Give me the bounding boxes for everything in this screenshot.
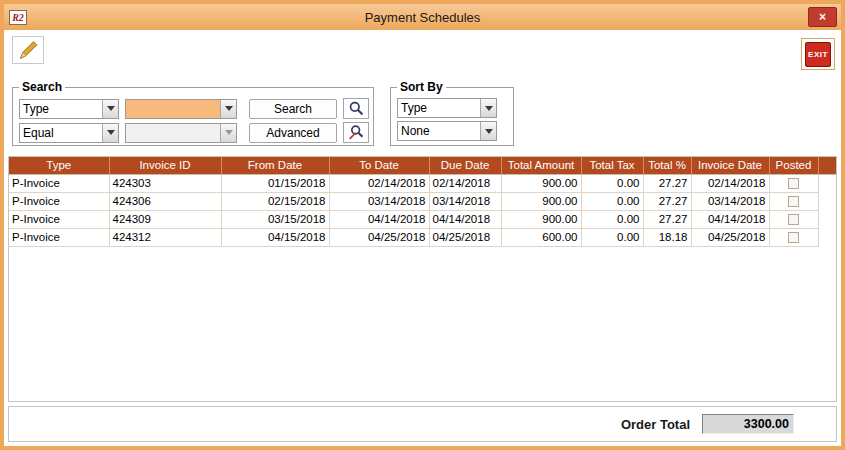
cell: 02/14/2018 bbox=[691, 174, 769, 192]
column-header-filler bbox=[818, 157, 836, 174]
cell-filler bbox=[818, 192, 836, 210]
cell: 02/15/2018 bbox=[221, 192, 329, 210]
search-field-select[interactable]: Type bbox=[19, 99, 119, 119]
cell-filler bbox=[818, 210, 836, 228]
close-button[interactable]: × bbox=[808, 7, 837, 27]
cell: 900.00 bbox=[501, 192, 581, 210]
cell-posted bbox=[769, 174, 818, 192]
cell: 03/15/2018 bbox=[221, 210, 329, 228]
table-row[interactable]: P-Invoice42430301/15/201802/14/201802/14… bbox=[9, 174, 836, 192]
exit-icon: EXIT bbox=[805, 42, 831, 67]
sort-primary-value: Type bbox=[398, 99, 480, 117]
search-value2-select bbox=[125, 123, 237, 143]
column-header[interactable]: Total % bbox=[643, 157, 691, 174]
advanced-find-button[interactable] bbox=[343, 122, 369, 143]
schedule-table: TypeInvoice IDFrom DateTo DateDue DateTo… bbox=[9, 157, 836, 247]
cell: 04/14/2018 bbox=[429, 210, 501, 228]
sort-row-2: None bbox=[397, 121, 509, 141]
column-header[interactable]: Total Amount bbox=[501, 157, 581, 174]
sort-primary-select[interactable]: Type bbox=[397, 98, 497, 118]
cell: 0.00 bbox=[581, 174, 643, 192]
cell: P-Invoice bbox=[9, 174, 109, 192]
cell: 0.00 bbox=[581, 210, 643, 228]
cell: 04/15/2018 bbox=[221, 228, 329, 246]
cell: 0.00 bbox=[581, 192, 643, 210]
cell: 27.27 bbox=[643, 174, 691, 192]
column-header[interactable]: To Date bbox=[329, 157, 429, 174]
cell: 600.00 bbox=[501, 228, 581, 246]
chevron-down-icon[interactable] bbox=[480, 122, 496, 140]
cell: 03/14/2018 bbox=[429, 192, 501, 210]
cell: 900.00 bbox=[501, 210, 581, 228]
cell: 424303 bbox=[109, 174, 221, 192]
content-area: EXIT Search Type Search bbox=[4, 30, 841, 446]
search-group: Search Type Search bbox=[12, 80, 374, 146]
schedule-grid-panel: TypeInvoice IDFrom DateTo DateDue DateTo… bbox=[8, 156, 837, 402]
column-header[interactable]: Total Tax bbox=[581, 157, 643, 174]
cell: 424309 bbox=[109, 210, 221, 228]
advanced-button[interactable]: Advanced bbox=[249, 123, 337, 143]
titlebar[interactable]: R2 Payment Schedules × bbox=[4, 4, 841, 30]
cell: 02/14/2018 bbox=[329, 174, 429, 192]
exit-button[interactable]: EXIT bbox=[801, 38, 835, 70]
magnifier-icon bbox=[348, 100, 365, 117]
cell: 27.27 bbox=[643, 210, 691, 228]
search-value-input[interactable] bbox=[125, 99, 237, 119]
table-row[interactable]: P-Invoice42431204/15/201804/25/201804/25… bbox=[9, 228, 836, 246]
cell: 04/25/2018 bbox=[691, 228, 769, 246]
cell: 04/14/2018 bbox=[329, 210, 429, 228]
cell-posted bbox=[769, 210, 818, 228]
chevron-down-icon[interactable] bbox=[102, 100, 118, 118]
cell-filler bbox=[818, 228, 836, 246]
cell: 04/25/2018 bbox=[329, 228, 429, 246]
search-operator-value: Equal bbox=[20, 124, 102, 142]
posted-checkbox[interactable] bbox=[788, 214, 799, 225]
search-operator-select[interactable]: Equal bbox=[19, 123, 119, 143]
column-header[interactable]: Invoice ID bbox=[109, 157, 221, 174]
chevron-down-icon[interactable] bbox=[102, 124, 118, 142]
column-header[interactable]: From Date bbox=[221, 157, 329, 174]
column-header[interactable]: Posted bbox=[769, 157, 818, 174]
posted-checkbox[interactable] bbox=[788, 178, 799, 189]
cell-filler bbox=[818, 174, 836, 192]
cell: 0.00 bbox=[581, 228, 643, 246]
cell: 04/14/2018 bbox=[691, 210, 769, 228]
cell: 424312 bbox=[109, 228, 221, 246]
column-header[interactable]: Invoice Date bbox=[691, 157, 769, 174]
find-button[interactable] bbox=[343, 98, 369, 119]
sort-row-1: Type bbox=[397, 98, 509, 118]
table-row[interactable]: P-Invoice42430903/15/201804/14/201804/14… bbox=[9, 210, 836, 228]
cell: P-Invoice bbox=[9, 228, 109, 246]
search-group-legend: Search bbox=[19, 80, 65, 94]
cell: 27.27 bbox=[643, 192, 691, 210]
cell: 02/14/2018 bbox=[429, 174, 501, 192]
search-row-1: Type Search bbox=[19, 98, 369, 119]
column-header[interactable]: Due Date bbox=[429, 157, 501, 174]
cell: 01/15/2018 bbox=[221, 174, 329, 192]
cell: 03/14/2018 bbox=[329, 192, 429, 210]
sort-secondary-select[interactable]: None bbox=[397, 121, 497, 141]
order-total-value: 3300.00 bbox=[702, 414, 794, 434]
payment-schedules-window: R2 Payment Schedules × EXIT Search Type bbox=[0, 0, 845, 450]
chevron-down-icon[interactable] bbox=[480, 99, 496, 117]
header-row: TypeInvoice IDFrom DateTo DateDue DateTo… bbox=[9, 157, 836, 174]
chevron-down-icon[interactable] bbox=[220, 100, 236, 118]
column-header[interactable]: Type bbox=[9, 157, 109, 174]
footer-panel: Order Total 3300.00 bbox=[8, 406, 837, 442]
pencil-icon bbox=[17, 39, 39, 61]
sort-by-group-legend: Sort By bbox=[397, 80, 446, 94]
cell: 04/25/2018 bbox=[429, 228, 501, 246]
search-field-value: Type bbox=[20, 100, 102, 118]
posted-checkbox[interactable] bbox=[788, 196, 799, 207]
cell: P-Invoice bbox=[9, 210, 109, 228]
edit-button[interactable] bbox=[12, 36, 44, 64]
cell: 18.18 bbox=[643, 228, 691, 246]
search-value-text bbox=[126, 100, 220, 118]
posted-checkbox[interactable] bbox=[788, 232, 799, 243]
search-button[interactable]: Search bbox=[249, 99, 337, 119]
cell: P-Invoice bbox=[9, 192, 109, 210]
search-value2-text bbox=[126, 124, 220, 142]
table-row[interactable]: P-Invoice42430602/15/201803/14/201803/14… bbox=[9, 192, 836, 210]
cell: 900.00 bbox=[501, 174, 581, 192]
magnifier-edit-icon bbox=[348, 124, 365, 141]
